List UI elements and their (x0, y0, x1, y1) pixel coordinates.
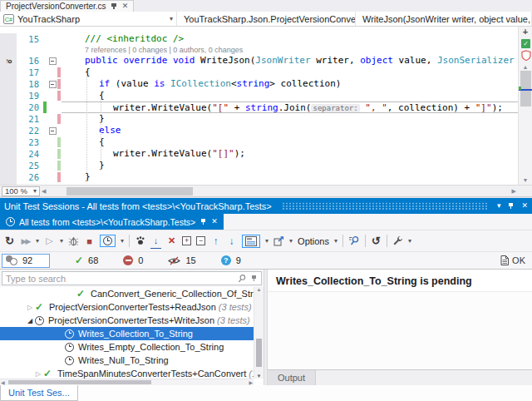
pin-icon[interactable] (200, 218, 207, 225)
line-number[interactable]: 26 (17, 171, 43, 183)
search-input[interactable] (6, 274, 233, 284)
track-running-test-button[interactable] (135, 234, 145, 249)
code-line[interactable]: 25} (0, 160, 518, 171)
scroll-right-icon[interactable]: ▶ (512, 186, 516, 197)
member-dropdown[interactable]: WriteJson(JsonWriter writer, object valu… (356, 12, 532, 26)
close-icon[interactable]: ✕ (122, 2, 129, 10)
test-tree-item[interactable]: Writes_Empty_Collection_To_String (0, 340, 264, 354)
line-number[interactable]: 25 (17, 160, 43, 171)
codelens-row[interactable]: 7 references | 0 changes | 0 authors, 0 … (0, 45, 518, 55)
code-line[interactable]: 20writer.WriteValue("[" + string.Join(se… (0, 101, 518, 113)
group-by-toggle-button[interactable] (242, 235, 260, 248)
panel-title-bar[interactable]: Unit Test Sessions - All tests from <tes… (0, 198, 532, 214)
breakpoint-margin[interactable] (0, 148, 17, 160)
editor-horizontal-scrollbar[interactable]: ◀ ▶ (40, 186, 518, 197)
project-dropdown[interactable]: C# YouTrackSharp ▾ (0, 12, 177, 26)
stop-button[interactable]: ■ (84, 234, 95, 249)
close-icon[interactable]: ✕ (521, 202, 528, 210)
breakpoint-margin[interactable] (0, 136, 17, 148)
scrollbar-thumb[interactable] (66, 187, 193, 196)
previous-test-button[interactable]: ↑ (210, 234, 221, 249)
breakpoint-margin[interactable]: ↑o (0, 55, 17, 67)
code-text[interactable]: if (value is ICollection<string> collect… (62, 78, 518, 90)
line-number[interactable]: 24 (17, 148, 43, 160)
breakpoint-margin[interactable] (0, 67, 17, 78)
zoom-select[interactable]: 100 % ▾ (2, 186, 40, 196)
line-number[interactable]: 23 (17, 136, 43, 148)
analysis-ok-icon[interactable]: ✓ (521, 39, 530, 48)
ignored-counter[interactable]: 15 (168, 255, 195, 265)
export-button[interactable] (273, 234, 284, 249)
fold-toggle-icon[interactable] (49, 57, 57, 65)
history-toggle-button[interactable] (100, 235, 116, 247)
scroll-up-icon[interactable]: ▲ (519, 64, 532, 70)
code-text[interactable]: { (62, 90, 518, 101)
breakpoint-margin[interactable] (0, 160, 17, 171)
code-text[interactable]: } (62, 171, 518, 183)
settings-dropdown-icon[interactable]: ▾ (408, 238, 411, 245)
line-number[interactable]: 21 (17, 113, 43, 125)
breakpoint-margin[interactable] (0, 33, 17, 45)
tab-output[interactable]: Output (268, 370, 316, 385)
collapsed-expander-icon[interactable]: ▷ (25, 304, 35, 311)
scrollbar-thumb[interactable] (8, 380, 151, 384)
code-text[interactable]: { (62, 136, 518, 148)
scroll-up-icon[interactable]: ▲ (254, 287, 264, 292)
next-test-button[interactable]: ↓ (226, 234, 237, 249)
passed-counter[interactable]: ✓ 68 (75, 255, 98, 265)
rerun-tests-button[interactable]: ↻ (4, 234, 15, 249)
options-button[interactable]: Options (298, 236, 329, 246)
options-dropdown-icon[interactable]: ▾ (334, 238, 337, 245)
code-line[interactable]: 22else (0, 125, 518, 136)
code-editor[interactable]: 15/// <inheritdoc />7 references | 0 cha… (0, 27, 532, 185)
code-text[interactable]: } (62, 160, 518, 171)
breakpoint-margin[interactable] (0, 113, 17, 125)
export-dropdown-icon[interactable]: ▾ (289, 238, 293, 245)
failed-counter[interactable]: 0 (123, 255, 143, 265)
code-line[interactable]: 18if (value is ICollection<string> colle… (0, 78, 518, 90)
settings-wrench-button[interactable] (392, 234, 403, 249)
test-tree-item[interactable]: Writes_Null_To_String (0, 354, 264, 367)
pin-icon[interactable] (507, 202, 515, 210)
overrides-gutter-icon[interactable]: ↑o (6, 57, 12, 65)
scroll-down-icon[interactable]: ▼ (254, 374, 264, 379)
test-tree-item[interactable]: ▷✓ProjectVersionConverterTests+ReadJson … (0, 300, 264, 314)
document-tab[interactable]: ProjectVersionConverter.cs ✕ (0, 0, 134, 12)
code-line[interactable]: ↑o16public override void WriteJson(JsonW… (0, 55, 518, 67)
expand-all-button[interactable]: + (182, 236, 191, 245)
line-number[interactable]: 20 (17, 101, 43, 113)
editor-vertical-scrollbar[interactable]: + ✓ ▲ ▼ (518, 27, 532, 185)
inconclusive-counter[interactable]: ? 9 (221, 255, 241, 265)
line-number[interactable]: 15 (17, 33, 43, 45)
history-dropdown-icon[interactable]: ▾ (121, 238, 124, 245)
code-line[interactable]: 19{ (0, 90, 518, 101)
code-text[interactable]: /// <inheritdoc /> (62, 33, 518, 45)
code-text[interactable]: else (62, 125, 518, 136)
pin-icon[interactable] (111, 2, 118, 10)
scroll-down-icon[interactable]: ▼ (519, 177, 532, 183)
code-text[interactable]: writer.WriteValue("[]"); (62, 148, 518, 160)
test-tree-item[interactable]: ✓CanConvert_Generic_Collection_Of_String… (0, 287, 264, 300)
run-all-tests-button[interactable]: ▶▶ (20, 234, 31, 249)
append-tests-button[interactable]: ↓ (150, 234, 161, 249)
line-number[interactable]: 19 (17, 90, 43, 101)
debug-test-button[interactable] (68, 234, 79, 249)
expanded-expander-icon[interactable]: ◢ (25, 317, 35, 324)
tree-horizontal-scrollbar[interactable]: ◀ ▶ (0, 379, 254, 385)
breakpoint-margin[interactable] (0, 90, 17, 101)
code-line[interactable]: 26} (0, 171, 518, 183)
code-line[interactable]: 24writer.WriteValue("[]"); (0, 148, 518, 160)
fold-toggle-icon[interactable] (49, 81, 57, 88)
remove-tests-button[interactable]: ✕ (166, 234, 177, 249)
code-text[interactable]: public override void WriteJson(JsonWrite… (62, 55, 532, 67)
code-text[interactable]: 7 references | 0 changes | 0 authors, 0 … (62, 45, 518, 55)
splitter-handle-icon[interactable]: + (519, 27, 532, 37)
code-text[interactable]: { (62, 67, 518, 78)
tree-vertical-scrollbar[interactable]: ▲ ▼ (254, 287, 264, 379)
scroll-left-icon[interactable]: ◀ (42, 186, 46, 197)
run-all-dropdown-icon[interactable]: ▾ (36, 238, 39, 245)
breakpoint-margin[interactable] (0, 125, 17, 136)
line-number[interactable]: 18 (17, 78, 43, 90)
test-tree-item[interactable]: ◢ProjectVersionConverterTests+WriteJson … (0, 314, 264, 327)
refresh-button[interactable]: ↺ (371, 234, 382, 249)
